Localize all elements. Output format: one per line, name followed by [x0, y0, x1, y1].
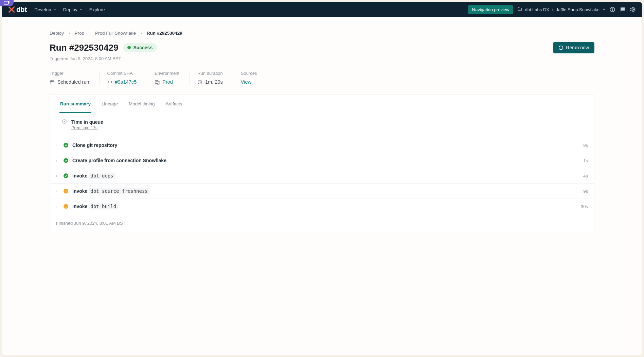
step-command: dbt build — [89, 203, 118, 209]
main-nav: DevelopDeployExplore — [34, 7, 105, 12]
help-icon[interactable] — [609, 6, 615, 13]
chevron-right-icon: › — [89, 31, 90, 35]
tab-lineage[interactable]: Lineage — [101, 95, 119, 113]
finished-timestamp: Finished Jun 9, 2024, 8:01 AM BST — [50, 216, 594, 232]
svg-point-4 — [632, 9, 634, 11]
run-summary-card: Run summaryLineageModel timingArtifacts … — [50, 94, 594, 232]
run-step-row[interactable]: ›Clone git repository9s — [50, 138, 594, 153]
step-title: Create profile from connection Snowflake — [72, 158, 166, 163]
run-tabs: Run summaryLineageModel timingArtifacts — [50, 95, 594, 113]
folder-icon — [517, 7, 522, 13]
svg-point-1 — [8, 1, 10, 3]
svg-rect-5 — [50, 81, 54, 84]
nav-item-develop[interactable]: Develop — [34, 7, 56, 12]
step-status-icon — [64, 143, 68, 148]
nav-item-explore[interactable]: Explore — [89, 7, 105, 12]
step-title: Invoke dbt deps — [72, 173, 115, 178]
svg-rect-0 — [4, 1, 9, 4]
step-title: Invoke dbt build — [72, 204, 118, 209]
page-title: Run #292530429 — [50, 42, 118, 53]
chevron-right-icon[interactable]: › — [56, 158, 59, 163]
logo-text: dbt — [16, 6, 27, 14]
status-text: Success — [133, 45, 153, 50]
run-step-row[interactable]: ›Invoke dbt source freshness9s — [50, 184, 594, 199]
step-command: dbt source freshness — [89, 188, 149, 194]
svg-point-3 — [612, 11, 613, 11]
step-title: Clone git repository — [72, 142, 117, 148]
breadcrumb-item[interactable]: Prod Full Snowflake — [95, 31, 136, 36]
step-status-icon — [64, 204, 68, 209]
calendar-icon — [50, 80, 55, 85]
breadcrumb-item[interactable]: Prod — [75, 31, 85, 36]
run-metadata-row: Trigger Scheduled run Commit SHA #9a147c… — [50, 71, 594, 85]
sources-link[interactable]: View — [241, 79, 251, 85]
run-step-row[interactable]: ›Invoke dbt deps4s — [50, 168, 594, 184]
step-duration: 1s — [583, 158, 588, 163]
breadcrumb-item[interactable]: Deploy — [50, 31, 64, 36]
chevron-right-icon: › — [141, 31, 142, 35]
tab-artifacts[interactable]: Artifacts — [165, 95, 183, 113]
logo[interactable]: dbt — [8, 6, 27, 14]
org-name: dbt Labs DX — [525, 7, 549, 12]
breadcrumb-item: Run #292530429 — [147, 31, 182, 36]
triggered-subtitle: Triggered Jun 9, 2024, 8:00 AM BST — [50, 56, 594, 61]
chevron-right-icon[interactable]: › — [56, 189, 59, 193]
svg-point-8 — [66, 191, 66, 192]
time-in-queue-block: Time in queue Prep time 17s — [50, 113, 594, 136]
svg-rect-6 — [155, 80, 158, 83]
meta-label-trigger: Trigger — [50, 71, 89, 76]
chevron-right-icon: › — [69, 31, 70, 35]
step-status-icon — [64, 189, 68, 193]
meta-label-env: Environment — [155, 71, 179, 76]
step-title: Invoke dbt source freshness — [72, 188, 149, 194]
commit-link[interactable]: #9a147c5 — [115, 79, 137, 85]
chevron-down-icon — [53, 7, 56, 12]
code-icon — [107, 80, 112, 85]
tab-model-timing[interactable]: Model timing — [128, 95, 156, 113]
step-duration: 9s — [583, 143, 588, 148]
chevron-right-icon[interactable]: › — [56, 174, 59, 178]
status-badge: Success — [123, 43, 157, 52]
rerun-button[interactable]: Rerun now — [553, 42, 594, 53]
gear-icon[interactable] — [630, 6, 636, 13]
step-status-icon — [64, 173, 68, 178]
run-steps-list: ›Clone git repository9s›Create profile f… — [50, 136, 594, 216]
meta-value-trigger: Scheduled run — [57, 79, 89, 85]
environment-link[interactable]: Prod — [162, 79, 173, 85]
svg-point-9 — [66, 207, 66, 207]
step-duration: 9s — [583, 189, 588, 194]
meta-label-duration: Run duration — [197, 71, 223, 76]
queue-subtitle[interactable]: Prep time 17s — [71, 125, 103, 130]
navigation-preview-button[interactable]: Navigation preview — [468, 5, 514, 14]
queue-title: Time in queue — [71, 119, 103, 125]
step-duration: 30s — [581, 204, 588, 209]
meta-label-sources: Sources — [241, 71, 257, 76]
nav-item-deploy[interactable]: Deploy — [63, 7, 83, 12]
breadcrumb: Deploy›Prod›Prod Full Snowflake›Run #292… — [50, 31, 594, 36]
queue-status-icon — [62, 119, 67, 124]
tab-run-summary[interactable]: Run summary — [59, 95, 91, 113]
meta-label-commit: Commit SHA — [107, 71, 137, 76]
project-name: Jaffle Shop Snowflake — [556, 7, 600, 12]
chevron-down-icon — [602, 7, 606, 12]
run-step-row[interactable]: ›Invoke dbt build30s — [50, 199, 594, 214]
path-separator: / — [552, 7, 553, 12]
header-utility-icons — [609, 6, 636, 13]
clock-icon — [197, 80, 202, 85]
chevron-right-icon[interactable]: › — [56, 143, 59, 147]
session-badge — [0, 0, 14, 6]
chevron-down-icon — [79, 7, 83, 12]
meta-value-duration: 1m, 20s — [205, 79, 223, 85]
chat-icon[interactable] — [620, 6, 626, 13]
step-status-icon — [64, 158, 68, 163]
layers-icon — [155, 80, 160, 85]
run-step-row[interactable]: ›Create profile from connection Snowflak… — [50, 153, 594, 168]
status-dot-icon — [127, 46, 131, 49]
rerun-label: Rerun now — [566, 45, 589, 50]
chevron-right-icon[interactable]: › — [56, 204, 59, 208]
account-switcher[interactable]: dbt Labs DX / Jaffle Shop Snowflake — [517, 7, 606, 13]
app-header: dbt DevelopDeployExplore Navigation prev… — [2, 2, 642, 17]
logo-icon — [8, 6, 15, 13]
step-duration: 4s — [583, 173, 588, 178]
step-command: dbt deps — [89, 173, 115, 179]
